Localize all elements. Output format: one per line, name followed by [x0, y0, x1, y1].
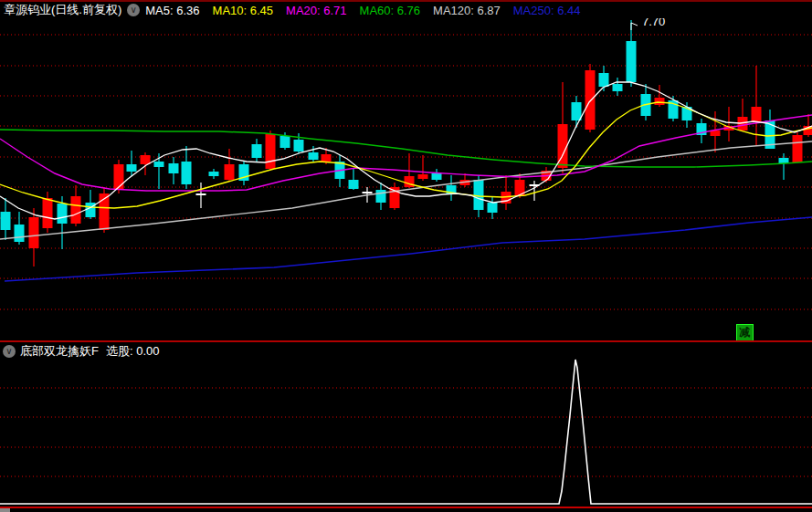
main-candlestick-chart[interactable]: 7.70 [0, 18, 812, 341]
ma-legend-item: MA120: 6.87 [433, 4, 501, 17]
ma-legend-item: MA5: 6.36 [145, 4, 199, 17]
resize-corner[interactable] [0, 508, 10, 512]
title-bar: 章源钨业(日线.前复权) ∨ MA5: 6.36MA10: 6.45MA20: … [0, 2, 812, 18]
peak-price-label: 7.70 [642, 18, 665, 28]
reduce-button[interactable]: 减 [736, 324, 754, 341]
ma-legend-item: MA20: 6.71 [286, 4, 347, 17]
ma-legend-item: MA250: 6.44 [513, 4, 581, 17]
ma-legend-item: MA60: 6.76 [360, 4, 421, 17]
stock-chart-app: 章源钨业(日线.前复权) ∨ MA5: 6.36MA10: 6.45MA20: … [0, 0, 812, 512]
ma-legend-item: MA10: 6.45 [213, 4, 274, 17]
window-bottom-border [0, 507, 812, 508]
ma-legend: MA5: 6.36MA10: 6.45MA20: 6.71MA60: 6.76M… [145, 4, 593, 17]
stock-title: 章源钨业(日线.前复权) [4, 2, 121, 18]
indicator-subchart[interactable] [0, 356, 812, 508]
chevron-down-icon[interactable]: ∨ [127, 4, 140, 16]
